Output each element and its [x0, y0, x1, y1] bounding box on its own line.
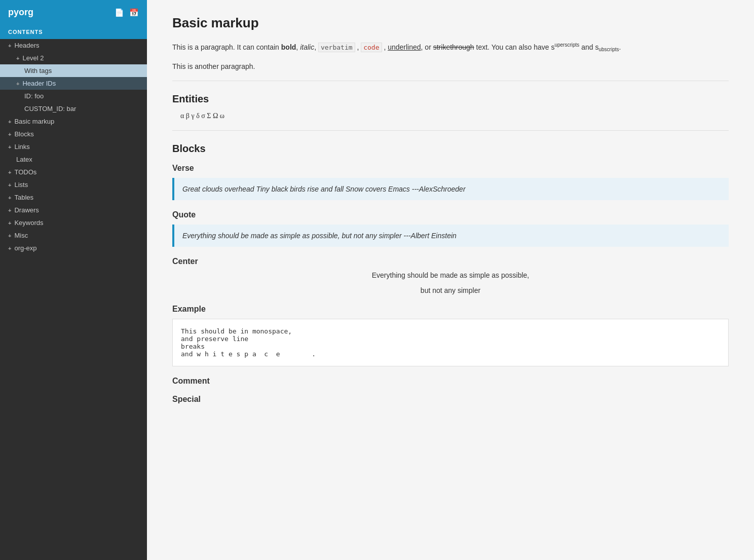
sidebar-item-id-foo[interactable]: ID: foo — [0, 90, 147, 102]
expand-icon[interactable]: + — [8, 207, 11, 213]
expand-icon[interactable]: + — [8, 220, 11, 226]
expand-icon[interactable]: + — [8, 195, 11, 201]
nav-item-label: Latex — [16, 156, 32, 163]
verbatim-code: verbatim — [318, 43, 355, 52]
expand-icon[interactable]: + — [8, 43, 11, 49]
sidebar-item-basic-markup[interactable]: +Basic markup — [0, 115, 147, 128]
nav-item-label: Basic markup — [14, 118, 54, 125]
sidebar-item-blocks[interactable]: +Blocks — [0, 128, 147, 140]
blocks-title: Blocks — [172, 143, 729, 155]
main-content: Basic markup This is a paragraph. It can… — [147, 0, 754, 560]
divider-2 — [172, 130, 729, 131]
nav-item-label: org-exp — [14, 244, 36, 252]
app-title: pyorg — [8, 7, 33, 18]
example-code-block: This should be in monospace, and preserv… — [172, 319, 729, 366]
nav-item-label: Level 2 — [22, 54, 44, 62]
code-text: code — [361, 43, 382, 52]
sidebar-item-with-tags[interactable]: With tags — [0, 64, 147, 77]
calendar-icon[interactable]: 📅 — [129, 8, 139, 17]
nav-item-label: Lists — [14, 181, 28, 189]
verse-title: Verse — [172, 164, 729, 173]
sidebar-item-keywords[interactable]: +Keywords — [0, 216, 147, 229]
comment-title: Comment — [172, 377, 729, 386]
nav-item-label: Links — [14, 143, 29, 151]
expand-icon[interactable]: + — [8, 169, 11, 175]
sidebar-header: pyorg 📄 📅 — [0, 0, 147, 25]
italic-text: italic — [300, 43, 314, 51]
sidebar: pyorg 📄 📅 CONTENTS +Headers+Level 2With … — [0, 0, 147, 560]
sidebar-nav: +Headers+Level 2With tags+Header IDsID: … — [0, 39, 147, 254]
superscript-text: uperscripts — [554, 42, 579, 48]
nav-item-label: With tags — [24, 67, 52, 74]
special-title: Special — [172, 395, 729, 404]
page-title: Basic markup — [172, 15, 729, 31]
sidebar-item-latex[interactable]: Latex — [0, 153, 147, 166]
nav-item-label: Tables — [14, 194, 33, 201]
nav-item-label: Blocks — [14, 130, 33, 138]
center-block: Everything should be made as simple as p… — [172, 271, 729, 294]
sidebar-item-headers[interactable]: +Headers — [0, 39, 147, 52]
center-title: Center — [172, 257, 729, 266]
expand-icon[interactable]: + — [8, 233, 11, 239]
nav-item-label: CUSTOM_ID: bar — [24, 105, 76, 113]
expand-icon[interactable]: + — [8, 245, 11, 251]
sidebar-item-lists[interactable]: +Lists — [0, 178, 147, 191]
sidebar-item-org-exp[interactable]: +org-exp — [0, 242, 147, 254]
file-icon[interactable]: 📄 — [115, 8, 124, 17]
divider-1 — [172, 81, 729, 81]
bold-text: bold — [281, 43, 296, 51]
entities-text: α β γ δ σ Σ Ω ω — [180, 112, 729, 120]
entities-title: Entities — [172, 93, 729, 105]
nav-item-label: Keywords — [14, 219, 43, 227]
sidebar-item-links[interactable]: +Links — [0, 140, 147, 153]
nav-item-label: TODOs — [14, 168, 36, 176]
contents-label: CONTENTS — [0, 25, 147, 39]
expand-icon[interactable]: + — [16, 81, 19, 87]
quote-title: Quote — [172, 210, 729, 219]
center-line-1: Everything should be made as simple as p… — [172, 271, 729, 279]
verse-blockquote: Great clouds overhead Tiny black birds r… — [172, 178, 729, 200]
another-paragraph: This is another paragraph. — [172, 61, 729, 72]
quote-text: Everything should be made as simple as p… — [182, 232, 457, 240]
sidebar-item-misc[interactable]: +Misc — [0, 229, 147, 242]
nav-item-label: Headers — [14, 42, 39, 49]
nav-item-label: Header IDs — [22, 80, 56, 87]
example-title: Example — [172, 305, 729, 314]
underlined-text: underlined — [388, 43, 421, 51]
verse-text: Great clouds overhead Tiny black birds r… — [182, 185, 466, 193]
sidebar-item-todos[interactable]: +TODOs — [0, 166, 147, 178]
nav-item-label: ID: foo — [24, 92, 44, 100]
intro-paragraph: This is a paragraph. It can contain bold… — [172, 41, 729, 54]
expand-icon[interactable]: + — [8, 131, 11, 137]
sidebar-icons: 📄 📅 — [115, 8, 139, 17]
sidebar-item-level2[interactable]: +Level 2 — [0, 52, 147, 64]
subscript-text: ubscripts — [598, 47, 619, 52]
expand-icon[interactable]: + — [16, 55, 19, 61]
center-line-2: but not any simpler — [172, 286, 729, 294]
strikethrough-text: strikethrough — [433, 43, 474, 51]
nav-item-label: Drawers — [14, 206, 39, 214]
expand-icon[interactable]: + — [8, 182, 11, 188]
expand-icon[interactable]: + — [8, 119, 11, 125]
sidebar-item-custom-id-bar[interactable]: CUSTOM_ID: bar — [0, 102, 147, 115]
sidebar-item-drawers[interactable]: +Drawers — [0, 204, 147, 216]
quote-blockquote: Everything should be made as simple as p… — [172, 225, 729, 247]
sidebar-item-header-ids[interactable]: +Header IDs — [0, 77, 147, 90]
expand-icon[interactable]: + — [8, 144, 11, 150]
nav-item-label: Misc — [14, 232, 28, 239]
sidebar-item-tables[interactable]: +Tables — [0, 191, 147, 204]
